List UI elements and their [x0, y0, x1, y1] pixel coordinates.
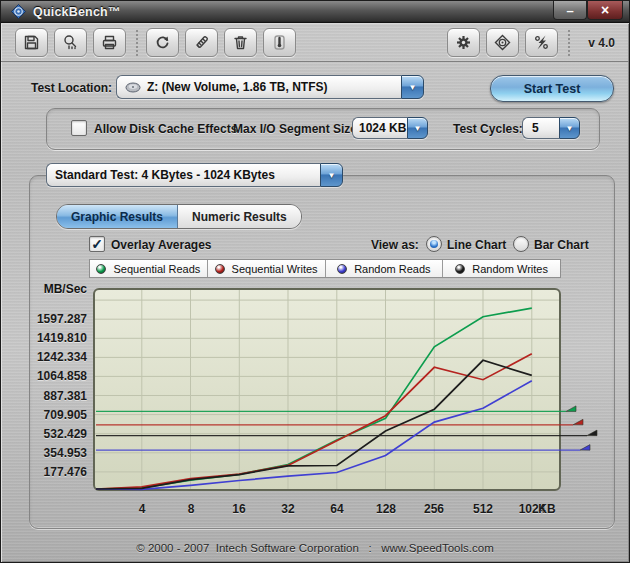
test-location-label: Test Location: [31, 81, 112, 95]
legend-color-icon [455, 264, 465, 274]
analyze-results-button[interactable] [54, 28, 87, 57]
average-arrow-icon [573, 419, 583, 425]
legend-item[interactable]: Sequential Writes [208, 260, 326, 277]
legend-color-icon [215, 264, 225, 274]
tab-label: Graphic Results [71, 210, 163, 224]
dropdown-arrow-icon: ▼ [407, 117, 428, 139]
titlebar: QuickBench™ – × [1, 1, 629, 23]
chip-icon [193, 34, 210, 51]
toolbar-separator [568, 30, 570, 56]
tab-label: Numeric Results [192, 210, 287, 224]
y-tick-label: 1597.287 [9, 312, 87, 326]
overlay-averages-checkbox[interactable]: ✓ [89, 236, 105, 252]
test-location-select[interactable]: Z: (New Volume, 1.86 TB, NTFS) ▼ [116, 75, 424, 99]
legend-item[interactable]: Sequential Reads [90, 260, 208, 277]
legend-label: Random Reads [354, 263, 430, 275]
y-tick-label: 354.953 [9, 446, 87, 460]
legend-label: Sequential Reads [113, 263, 200, 275]
y-tick-label: 709.905 [9, 408, 87, 422]
legend-item[interactable]: Random Reads [326, 260, 444, 277]
y-axis-labels: 1597.2871419.8101242.3341064.858887.3817… [9, 288, 87, 494]
benchmark-lightning-icon [533, 34, 550, 51]
temperature-button[interactable] [263, 28, 296, 57]
x-tick-label: 4 [120, 502, 164, 516]
standard-test-select[interactable]: Standard Test: 4 KBytes - 1024 KBytes ▼ [46, 163, 343, 187]
average-arrow-icon [566, 406, 576, 412]
segment-size-label: Max I/O Segment Size: [233, 122, 361, 136]
minimize-button[interactable]: – [553, 1, 587, 20]
disk-cache-checkbox[interactable] [71, 120, 87, 136]
tab-graphic-results[interactable]: Graphic Results [57, 205, 178, 228]
legend-color-icon [96, 264, 106, 274]
chart-legend: Sequential ReadsSequential WritesRandom … [89, 259, 561, 278]
view-as-label: View as: [371, 238, 419, 252]
disk-icon [125, 82, 141, 93]
tab-numeric-results[interactable]: Numeric Results [178, 205, 301, 228]
legend-label: Random Writes [472, 263, 548, 275]
y-tick-label: 1419.810 [9, 331, 87, 345]
app-window: QuickBench™ – × [0, 0, 630, 563]
thermometer-icon [271, 34, 288, 51]
results-tabs: Graphic Results Numeric Results [56, 204, 302, 229]
version-label: v 4.0 [588, 36, 615, 50]
test-location-value: Z: (New Volume, 1.86 TB, NTFS) [147, 80, 327, 94]
print-icon [101, 34, 118, 51]
x-tick-label: 256 [412, 502, 456, 516]
x-tick-label: 32 [266, 502, 310, 516]
delete-button[interactable] [224, 28, 257, 57]
benchmark-button[interactable] [525, 28, 558, 57]
x-axis-unit-label: KB [525, 502, 569, 516]
bar-chart-label: Bar Chart [534, 238, 589, 252]
segment-size-select[interactable]: 1024 KB ▼ [352, 117, 428, 139]
close-icon: × [601, 2, 609, 18]
dropdown-arrow-icon: ▼ [401, 75, 424, 99]
analyze-results-icon [62, 34, 79, 51]
refresh-icon [154, 34, 171, 51]
test-cycles-label: Test Cycles: [453, 122, 523, 136]
settings-button[interactable] [447, 28, 480, 57]
legend-item[interactable]: Random Writes [443, 260, 560, 277]
minimize-icon: – [566, 3, 573, 18]
dropdown-arrow-icon: ▼ [320, 163, 343, 187]
average-arrow-icon [580, 445, 590, 451]
x-tick-label: 64 [315, 502, 359, 516]
test-cycles-select[interactable]: 5 ▼ [522, 117, 580, 139]
y-tick-label: 177.476 [9, 465, 87, 479]
start-test-button[interactable]: Start Test [490, 75, 614, 102]
y-tick-label: 1064.858 [9, 369, 87, 383]
disk-cache-label: Allow Disk Cache Effects [94, 122, 237, 136]
app-logo-icon [11, 4, 26, 19]
save-icon [23, 34, 40, 51]
save-button[interactable] [15, 28, 48, 57]
y-tick-label: 887.381 [9, 389, 87, 403]
line-chart-label: Line Chart [447, 238, 506, 252]
refresh-button[interactable] [146, 28, 179, 57]
average-arrow-icon [587, 430, 597, 436]
footer-text: © 2000 - 2007 Intech Software Corporatio… [1, 542, 629, 554]
standard-test-value: Standard Test: 4 KBytes - 1024 KBytes [55, 168, 275, 182]
x-tick-label: 128 [364, 502, 408, 516]
start-test-label: Start Test [524, 82, 581, 96]
test-cycles-value: 5 [532, 121, 539, 135]
x-tick-label: 512 [461, 502, 505, 516]
legend-color-icon [337, 264, 347, 274]
line-chart-radio[interactable] [426, 236, 442, 252]
legend-label: Sequential Writes [232, 263, 318, 275]
overlay-averages-label: Overlay Averages [111, 238, 212, 252]
close-button[interactable]: × [587, 1, 623, 20]
bar-chart-radio[interactable] [513, 236, 529, 252]
memory-chip-button[interactable] [185, 28, 218, 57]
y-tick-label: 1242.334 [9, 350, 87, 364]
window-title: QuickBench™ [33, 5, 121, 19]
segment-size-value: 1024 KB [359, 121, 406, 135]
x-axis-labels: 481632641282565121024KB [93, 502, 593, 517]
x-tick-label: 8 [169, 502, 213, 516]
gear-icon [455, 34, 472, 51]
about-button[interactable] [486, 28, 519, 57]
print-button[interactable] [93, 28, 126, 57]
dropdown-arrow-icon: ▼ [559, 117, 580, 139]
checkmark-icon: ✓ [91, 237, 103, 251]
trash-icon [232, 34, 249, 51]
x-tick-label: 16 [217, 502, 261, 516]
toolbar: v 4.0 [1, 23, 629, 62]
